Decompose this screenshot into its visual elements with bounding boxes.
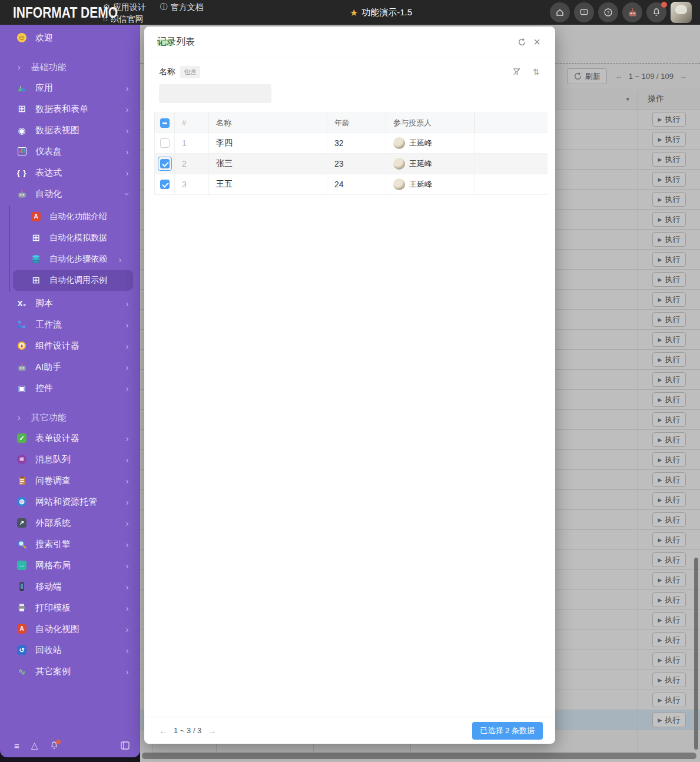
sidebar-item-label: 数据表视图 <box>35 125 124 136</box>
chevron-right-icon: › <box>124 362 131 372</box>
sidebar-item-label: 网格布局 <box>35 560 124 571</box>
sidebar-group-17[interactable]: ›其它功能 <box>0 407 140 428</box>
chevron-right-icon: › <box>18 413 21 422</box>
filler-cell <box>475 154 548 174</box>
seq-cell: 3 <box>174 174 208 194</box>
ai-robot-button[interactable] <box>622 2 642 22</box>
sidebar-footer: ≡ △ <box>0 737 140 757</box>
sidebar-item-3[interactable]: ⊞数据表和表单› <box>0 98 140 120</box>
sidebar-item-26[interactable]: 打印模板› <box>0 597 140 618</box>
avatar <box>393 178 405 190</box>
check-icon: ✓ <box>16 433 27 443</box>
sidebar-item-label: 自动化 <box>35 188 124 200</box>
filter-value-input[interactable] <box>159 84 271 103</box>
prev-page-icon[interactable]: ← <box>159 726 167 736</box>
sidebar-item-label: 欢迎 <box>35 32 131 44</box>
select-all-checkbox[interactable] <box>160 118 170 128</box>
sidebar-item-8[interactable]: A自动化功能介绍 <box>13 206 133 227</box>
sidebar-item-13[interactable]: 工作流› <box>0 314 140 335</box>
row-checkbox[interactable] <box>160 138 170 148</box>
sidebar-item-10[interactable]: 自动化步骤依赖› <box>13 249 133 270</box>
voter-cell: 王延峰 <box>386 174 475 194</box>
sidebar-item-5[interactable]: 仪表盘› <box>0 141 140 162</box>
nav-official-docs[interactable]: ⓘ 官方文档 <box>160 1 204 13</box>
sidebar-item-20[interactable]: 问卷调查› <box>0 470 140 491</box>
sidebar-item-label: 外部系统 <box>35 518 124 529</box>
sidebar-item-7[interactable]: 自动化› <box>0 183 140 204</box>
workflow-icon <box>16 319 27 330</box>
avatar[interactable] <box>671 2 692 23</box>
checkbox-cell <box>154 154 174 174</box>
sidebar-item-9[interactable]: ⊞自动化模拟数据 <box>13 227 133 249</box>
refresh-icon[interactable] <box>514 35 529 50</box>
eject-icon[interactable]: △ <box>31 740 38 751</box>
clipboard-icon <box>16 475 27 486</box>
chevron-right-icon: › <box>124 561 131 571</box>
sidebar-item-29[interactable]: ∿其它案例› <box>0 661 140 682</box>
row-checkbox[interactable] <box>160 159 170 168</box>
sidebar-item-4[interactable]: ◉数据表视图› <box>0 120 140 141</box>
sidebar-item-12[interactable]: X₂脚本› <box>0 293 140 314</box>
top-nav: ⚙ 应用设计 ⓘ 官方文档 ⌂ 织信官网 <box>103 0 212 25</box>
sidebar-item-18[interactable]: ✓表单设计器› <box>0 428 140 449</box>
svg-text:?: ? <box>583 10 585 14</box>
home-button[interactable] <box>550 2 570 22</box>
modal-footer: ← 1 ~ 3 / 3 → 已选择 2 条数据 <box>144 717 555 744</box>
compass-icon <box>16 340 27 351</box>
sidebar-item-22[interactable]: ↗外部系统› <box>0 512 140 534</box>
nav-label: 应用设计 <box>113 1 146 13</box>
sidebar-item-16[interactable]: ▣控件› <box>0 377 140 399</box>
sidebar-item-14[interactable]: 组件设计器› <box>0 335 140 356</box>
robot-icon <box>16 362 27 372</box>
table-row[interactable]: 1李四32王延峰 <box>154 133 548 154</box>
recycle-icon: ↺ <box>16 645 27 655</box>
sidebar-item-21[interactable]: ⊕网站和资源托管› <box>0 491 140 512</box>
menu-icon[interactable]: ≡ <box>14 741 19 751</box>
selected-count-button[interactable]: 已选择 2 条数据 <box>472 722 543 740</box>
modal-header: 记录列表 × <box>144 26 555 58</box>
sidebar-item-11[interactable]: ⊞自动化调用示例 <box>13 270 133 291</box>
sidebar-group-1[interactable]: ›基础功能 <box>0 57 140 77</box>
sidebar-item-6[interactable]: { }表达式› <box>0 162 140 183</box>
seq-cell: 1 <box>174 133 208 153</box>
app-title-text: 功能演示-1.5 <box>361 7 412 18</box>
modal-title-rest: 列表 <box>176 37 195 47</box>
mountain-icon <box>16 82 27 93</box>
table-row[interactable]: 2张三23王延峰 <box>154 154 548 174</box>
collapse-sidebar-icon[interactable] <box>121 741 130 750</box>
column-header-filler <box>475 113 548 132</box>
column-header-seq: # <box>174 113 208 132</box>
robot-red-icon <box>627 7 638 18</box>
chevron-right-icon: › <box>124 497 131 507</box>
sidebar-item-15[interactable]: AI助手› <box>0 356 140 377</box>
layers-icon <box>31 254 41 264</box>
queue-icon: ≋ <box>16 454 27 465</box>
sidebar-item-0[interactable]: ☺欢迎 <box>0 27 140 48</box>
table-row[interactable]: 3王五24王延峰 <box>154 174 548 195</box>
sidebar-item-label: 回收站 <box>35 645 124 656</box>
next-page-icon[interactable]: → <box>208 726 216 736</box>
star-icon: ★ <box>350 7 358 18</box>
name-cell: 张三 <box>208 154 327 174</box>
sidebar-item-23[interactable]: 搜索引擎› <box>0 534 140 555</box>
clear-filter-icon[interactable] <box>512 67 521 77</box>
record-list-modal: 记录列表 × 名称 包含 ⇅ # 名称 年龄 <box>144 26 555 744</box>
sidebar-item-2[interactable]: 应用› <box>0 77 140 98</box>
sort-icon[interactable]: ⇅ <box>533 67 540 77</box>
notifications-button[interactable] <box>646 2 666 22</box>
script-icon: X₂ <box>16 298 27 309</box>
help-button[interactable]: ? <box>598 2 618 22</box>
filter-operator-pill[interactable]: 包含 <box>180 66 200 78</box>
feedback-button[interactable]: ? <box>574 2 594 22</box>
sidebar-item-24[interactable]: ↔网格布局› <box>0 555 140 576</box>
row-checkbox[interactable] <box>160 180 170 189</box>
sidebar-item-25[interactable]: 移动端› <box>0 576 140 597</box>
view-icon: ◉ <box>16 125 27 135</box>
sidebar-item-19[interactable]: ≋消息队列› <box>0 449 140 470</box>
sidebar-item-28[interactable]: ↺回收站› <box>0 640 140 661</box>
sidebar-item-27[interactable]: A自动化视图› <box>0 618 140 640</box>
bell-icon[interactable] <box>49 741 59 750</box>
close-icon[interactable]: × <box>529 35 545 50</box>
info-icon: ⓘ <box>160 1 168 13</box>
letter-a-icon: A <box>31 211 41 222</box>
